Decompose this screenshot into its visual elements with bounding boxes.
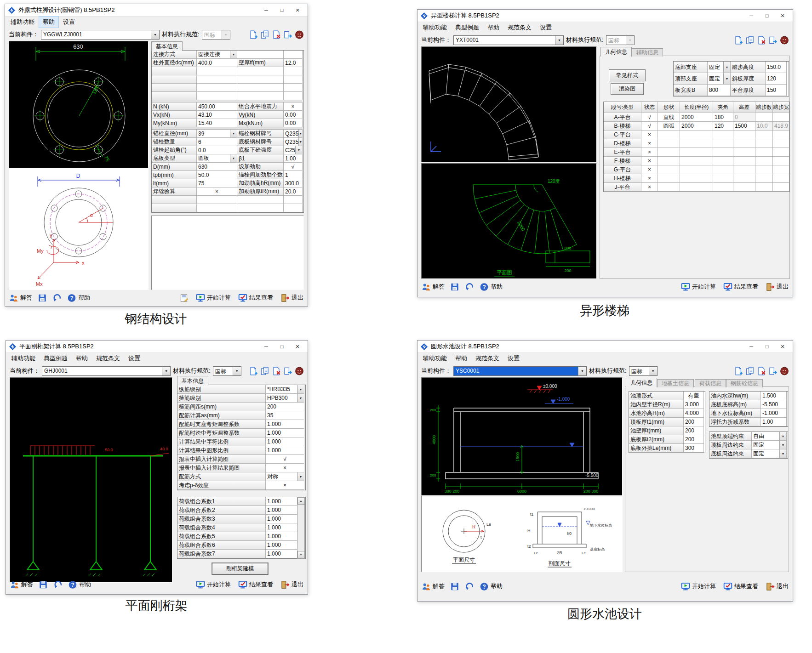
segment-state[interactable]: × xyxy=(641,165,658,174)
exit-button[interactable]: 退出 xyxy=(764,282,790,292)
component-combo[interactable]: YXT0001▼ xyxy=(453,35,564,45)
help-button[interactable]: 帮助 xyxy=(67,579,92,590)
start-calc-button[interactable]: 开始计算 xyxy=(194,293,232,303)
field-value[interactable]: 15.40 xyxy=(197,119,237,127)
segment-heightdiff[interactable]: 1500 xyxy=(733,122,755,131)
save-button[interactable] xyxy=(449,581,461,592)
help-button[interactable]: 帮助 xyxy=(66,293,91,303)
close-button[interactable]: ✕ xyxy=(290,5,305,16)
segment-length[interactable]: 2000 xyxy=(680,122,713,131)
tab-basic-info[interactable]: 基本信息 xyxy=(151,41,183,51)
chevron-down-icon[interactable]: ▼ xyxy=(779,449,786,458)
field-value[interactable]: 200 xyxy=(684,426,704,435)
delete-component-icon[interactable] xyxy=(272,30,281,39)
menu-code-clauses[interactable]: 规范条文 xyxy=(92,353,124,364)
menu-help[interactable]: 帮助 xyxy=(39,17,58,28)
field-value[interactable]: 35 xyxy=(266,411,304,420)
component-combo[interactable]: YSC0001▼ xyxy=(453,366,587,376)
field-value[interactable]: 0.0 xyxy=(197,146,237,154)
toggle-value[interactable]: √ xyxy=(284,163,303,171)
wall-top-constraint-cell[interactable]: 自由▼ xyxy=(752,432,787,441)
segment-angle[interactable]: 180 xyxy=(713,113,733,122)
view-results-button[interactable]: 结果查看 xyxy=(237,293,274,303)
chevron-down-icon[interactable]: ▼ xyxy=(230,130,237,137)
field-value[interactable]: -5.500 xyxy=(761,400,787,409)
roof-edge-constraint-cell[interactable]: 固定▼ xyxy=(752,441,787,449)
field-value[interactable]: 3.000 xyxy=(684,400,704,409)
view-results-button[interactable]: 结果查看 xyxy=(237,579,274,590)
chevron-down-icon[interactable]: ▼ xyxy=(649,367,657,375)
help-button[interactable]: 帮助 xyxy=(478,581,504,592)
toggle-value[interactable]: × xyxy=(197,187,237,196)
bolt-diameter-cell[interactable]: 39▼ xyxy=(197,130,237,138)
titlebar[interactable]: 平面刚桁架计算 8.5PB1SP2 ─ □ ✕ xyxy=(6,341,308,353)
contact-icon[interactable] xyxy=(780,36,789,45)
spec-combo[interactable]: 国标▼ xyxy=(213,366,241,376)
field-value[interactable]: 630 xyxy=(197,163,237,171)
chevron-down-icon[interactable]: ▼ xyxy=(555,36,563,45)
field-value[interactable]: 300 xyxy=(684,444,704,453)
menu-settings[interactable]: 设置 xyxy=(536,22,555,33)
start-calc-button[interactable]: 开始计算 xyxy=(194,579,232,590)
contact-icon[interactable] xyxy=(295,367,304,375)
rebar-mode-cell[interactable]: 对称▼ xyxy=(266,472,304,481)
menu-help[interactable]: 帮助 xyxy=(72,353,91,364)
start-calc-button[interactable]: 开始计算 xyxy=(680,581,717,592)
copy-component-icon[interactable] xyxy=(260,367,269,375)
chevron-down-icon[interactable]: ▼ xyxy=(297,394,304,402)
save-button[interactable] xyxy=(36,293,48,303)
tab-load-info[interactable]: 荷载信息 xyxy=(695,379,726,387)
maximize-button[interactable]: □ xyxy=(760,341,774,352)
copy-component-icon[interactable] xyxy=(745,36,755,45)
undo-button[interactable] xyxy=(463,581,475,592)
chevron-down-icon[interactable]: ▼ xyxy=(162,367,170,375)
exit-button[interactable]: 退出 xyxy=(279,579,305,590)
menu-aux-functions[interactable]: 辅助功能 xyxy=(8,353,39,364)
new-component-icon[interactable] xyxy=(249,367,258,375)
toggle-value[interactable]: × xyxy=(284,102,303,111)
menu-help[interactable]: 帮助 xyxy=(484,22,503,33)
answer-button[interactable]: 解答 xyxy=(420,282,446,292)
help-button[interactable]: 帮助 xyxy=(478,282,504,292)
field-value[interactable]: 150.0 xyxy=(766,62,787,73)
truss-model-button[interactable]: 刚桁架建模 xyxy=(212,563,268,574)
chevron-down-icon[interactable]: ▼ xyxy=(297,385,304,393)
menu-examples[interactable]: 典型例题 xyxy=(40,353,71,364)
field-value[interactable]: 450.00 xyxy=(197,102,237,111)
field-value[interactable]: 4.000 xyxy=(684,409,704,418)
field-value[interactable]: 75 xyxy=(197,179,237,187)
minimize-button[interactable]: ─ xyxy=(744,10,759,21)
undo-button[interactable] xyxy=(51,293,63,303)
field-value[interactable]: 0.00 xyxy=(284,111,303,119)
field-value[interactable]: 12.0 xyxy=(284,59,303,67)
field-value[interactable]: -1.000 xyxy=(761,409,787,418)
view-results-button[interactable]: 结果查看 xyxy=(722,282,760,292)
field-value[interactable]: 1.000 xyxy=(266,429,304,437)
menu-settings[interactable]: 设置 xyxy=(504,353,523,364)
field-value[interactable]: 1.000 xyxy=(266,420,304,429)
close-button[interactable]: ✕ xyxy=(290,341,305,352)
component-combo[interactable]: GHJ0001▼ xyxy=(42,366,171,376)
bolt-steel-cell[interactable]: Q235▼ xyxy=(284,130,303,138)
field-value[interactable]: 150 xyxy=(766,85,787,96)
minimize-button[interactable]: ─ xyxy=(259,5,274,16)
field-value[interactable]: 200 xyxy=(266,403,304,411)
menu-settings[interactable]: 设置 xyxy=(59,17,79,28)
field-value[interactable]: 1.000 xyxy=(266,446,304,455)
field-value[interactable]: 20.0 xyxy=(284,187,303,196)
contact-icon[interactable] xyxy=(295,30,304,39)
minimize-button[interactable]: ─ xyxy=(744,341,759,352)
answer-button[interactable]: 解答 xyxy=(9,579,34,590)
chevron-down-icon[interactable]: ▼ xyxy=(578,367,586,375)
new-component-icon[interactable] xyxy=(249,30,258,39)
field-value[interactable]: 200 xyxy=(684,435,704,444)
common-styles-button[interactable]: 常见样式 xyxy=(609,69,646,81)
undo-button[interactable] xyxy=(463,282,475,292)
toggle-value[interactable]: × xyxy=(266,481,304,490)
segment-length[interactable]: 2000 xyxy=(680,113,713,122)
spec-combo[interactable]: 国标▼ xyxy=(606,35,635,45)
chevron-down-icon[interactable]: ▼ xyxy=(779,432,786,440)
field-value[interactable]: 800 xyxy=(708,85,731,96)
segment-state[interactable]: √ xyxy=(641,122,658,131)
segment-angle[interactable]: 120 xyxy=(713,122,733,131)
